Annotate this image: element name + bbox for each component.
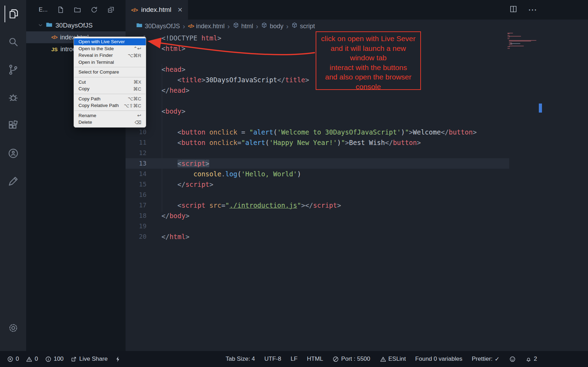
line-number: 13 bbox=[126, 158, 146, 169]
menu-item-shortcut: ⌘C bbox=[133, 86, 141, 92]
context-menu-item[interactable]: Open with Live Server bbox=[74, 38, 146, 45]
port-status[interactable]: Port : 5500 bbox=[332, 355, 370, 362]
annotation-line: click on open with Live Sever bbox=[316, 34, 420, 44]
overview-ruler-mark bbox=[539, 104, 542, 113]
collapse-all-icon[interactable] bbox=[107, 6, 115, 14]
share-icon bbox=[70, 356, 77, 362]
breadcrumb-separator: › bbox=[183, 22, 185, 30]
warnings-status[interactable]: 0 bbox=[26, 355, 38, 362]
info-icon bbox=[45, 356, 52, 362]
context-menu-item[interactable]: Copy⌘C bbox=[74, 85, 146, 92]
html-file-icon: </> bbox=[131, 7, 138, 13]
annotation-line: and also open the browser bbox=[316, 72, 420, 82]
check-icon: ✓ bbox=[495, 355, 499, 363]
breadcrumb-separator: › bbox=[256, 22, 258, 30]
folder-icon bbox=[136, 22, 143, 30]
refresh-icon[interactable] bbox=[90, 6, 98, 14]
language-status[interactable]: HTML bbox=[307, 355, 323, 362]
tab-size-status[interactable]: Tab Size: 4 bbox=[226, 355, 255, 362]
warning-icon bbox=[26, 356, 32, 362]
code-line[interactable]: 12 bbox=[126, 148, 509, 158]
menu-separator bbox=[74, 67, 145, 67]
code-line[interactable]: 13 <script> bbox=[126, 158, 509, 169]
context-menu-item[interactable]: Copy Path⌥⌘C bbox=[74, 95, 146, 102]
new-folder-icon[interactable] bbox=[74, 6, 81, 14]
prettier-status[interactable]: Prettier: ✓ bbox=[472, 355, 500, 363]
breadcrumb: 30DaysOfJS › </> index.html › html › bod… bbox=[126, 20, 588, 33]
context-menu-item[interactable]: Cut⌘X bbox=[74, 79, 146, 86]
context-menu-item[interactable]: Open in Terminal bbox=[74, 59, 146, 66]
context-menu: Open with Live ServerOpen to the Side⌃↩R… bbox=[74, 37, 146, 128]
context-menu-item[interactable]: Reveal in Finder⌥⌘R bbox=[74, 52, 146, 59]
live-share-status[interactable]: Live Share bbox=[70, 355, 107, 362]
line-number: 15 bbox=[126, 179, 146, 190]
code-line[interactable]: 19 bbox=[126, 221, 509, 231]
code-line[interactable]: 10 <button onclick = "alert('Welcome to … bbox=[126, 127, 509, 137]
more-actions-icon[interactable]: ⋯ bbox=[528, 5, 538, 15]
annotation-box: click on open with Live Sever and it wil… bbox=[316, 31, 421, 90]
folder-row-30daysofjs[interactable]: 30DaysOfJS bbox=[26, 20, 126, 31]
minimap[interactable] bbox=[507, 33, 540, 49]
menu-item-label: Copy bbox=[78, 86, 90, 91]
code-line[interactable]: 8<body> bbox=[126, 106, 509, 116]
info-status[interactable]: 100 bbox=[45, 355, 63, 362]
line-number: 18 bbox=[126, 211, 146, 221]
menu-item-shortcut: ⌃↩ bbox=[133, 46, 141, 51]
code-line[interactable]: 11 <button onclick="alert('Happy New Yea… bbox=[126, 137, 509, 148]
new-file-icon[interactable] bbox=[57, 6, 65, 14]
context-menu-item[interactable]: Select for Compare bbox=[74, 69, 146, 76]
menu-item-shortcut: ⌥⌘C bbox=[128, 96, 141, 101]
feedback-smiley[interactable] bbox=[509, 356, 516, 362]
run-debug-icon[interactable] bbox=[5, 89, 22, 106]
code-line[interactable]: 15 </script> bbox=[126, 179, 509, 190]
source-control-icon[interactable] bbox=[5, 61, 22, 78]
vscode-window: E... bbox=[0, 0, 588, 367]
eslint-status[interactable]: ESLint bbox=[380, 355, 406, 362]
settings-gear-icon[interactable] bbox=[5, 320, 22, 336]
breadcrumb-folder[interactable]: 30DaysOfJS bbox=[136, 22, 180, 30]
tab-index-html[interactable]: </> index.html × bbox=[126, 0, 188, 20]
notifications-status[interactable]: 2 bbox=[525, 355, 537, 362]
breadcrumb-script[interactable]: script bbox=[291, 22, 315, 30]
menu-item-label: Cut bbox=[78, 79, 86, 85]
context-menu-item[interactable]: Rename↩ bbox=[74, 112, 146, 119]
code-line[interactable]: 20</html> bbox=[126, 231, 509, 242]
errors-status[interactable]: 0 bbox=[7, 355, 19, 362]
code-line[interactable]: 14 console.log('Hello, World') bbox=[126, 169, 509, 179]
explorer-icon[interactable] bbox=[5, 6, 21, 22]
split-editor-icon[interactable] bbox=[509, 5, 518, 15]
lightning-status[interactable] bbox=[115, 356, 121, 362]
feedback-icon[interactable] bbox=[5, 173, 22, 190]
extensions-icon[interactable] bbox=[5, 117, 22, 134]
context-menu-item[interactable]: Copy Relative Path⌥⇧⌘C bbox=[74, 102, 146, 109]
lightning-icon bbox=[115, 356, 121, 362]
close-icon[interactable]: × bbox=[178, 6, 182, 14]
code-line[interactable]: 9 bbox=[126, 116, 509, 127]
eol-status[interactable]: LF bbox=[291, 355, 297, 362]
line-number: 12 bbox=[126, 148, 146, 158]
variables-status[interactable]: Found 0 variables bbox=[415, 355, 462, 362]
menu-separator bbox=[74, 77, 145, 77]
context-menu-item[interactable]: Open to the Side⌃↩ bbox=[74, 45, 146, 52]
annotation-line: console bbox=[316, 82, 420, 92]
encoding-status[interactable]: UTF-8 bbox=[264, 355, 281, 362]
breadcrumb-body[interactable]: body bbox=[261, 22, 283, 30]
context-menu-item[interactable]: Delete⌫ bbox=[74, 119, 146, 126]
code-line[interactable]: 17 <script src="./introduction.js"></scr… bbox=[126, 200, 509, 211]
code-line[interactable]: 16 bbox=[126, 190, 509, 200]
status-bar-right: Tab Size: 4 UTF-8 LF HTML Port : 5500 ES… bbox=[216, 355, 537, 363]
live-share-icon[interactable] bbox=[5, 145, 22, 162]
annotation-line: and it will launch a new bbox=[316, 44, 420, 53]
tab-bar: </> index.html × ⋯ bbox=[126, 0, 588, 20]
breadcrumb-file[interactable]: </> index.html bbox=[188, 23, 225, 30]
status-bar: 0 0 100 Live Share Tab Size: 4 UTF-8 LF … bbox=[0, 351, 588, 367]
explorer-title: E... bbox=[39, 6, 48, 13]
search-icon[interactable] bbox=[5, 33, 22, 50]
breadcrumb-html[interactable]: html bbox=[233, 22, 253, 30]
editor-actions: ⋯ bbox=[509, 0, 538, 20]
code-line[interactable]: 7 bbox=[126, 95, 509, 106]
code-line[interactable]: 18</body> bbox=[126, 211, 509, 221]
html-file-icon: </> bbox=[51, 35, 57, 40]
js-file-icon: JS bbox=[51, 46, 58, 52]
menu-item-label: Rename bbox=[78, 113, 96, 118]
